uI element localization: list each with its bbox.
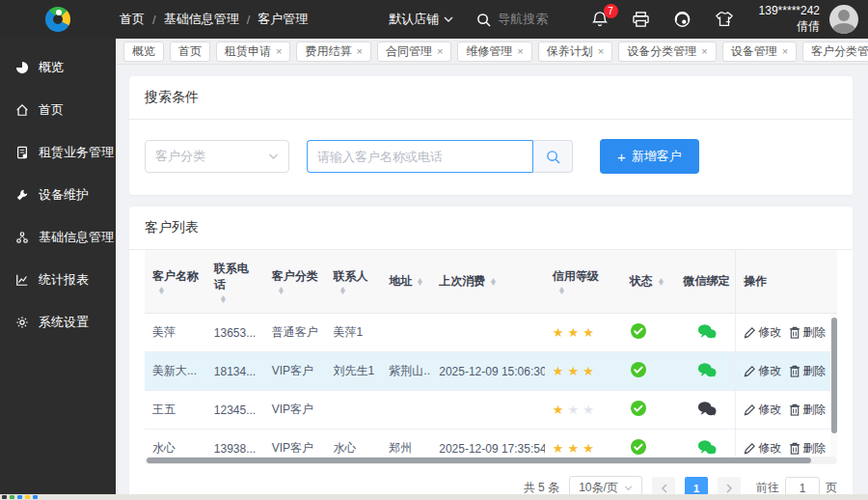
- theme-switch-shirt-icon[interactable]: [715, 11, 734, 28]
- open-tab-0[interactable]: 概览: [123, 42, 164, 62]
- sidebar-item-1[interactable]: 首页: [0, 89, 116, 131]
- tab-label: 租赁申请: [225, 43, 271, 60]
- close-tab-icon[interactable]: ×: [276, 45, 282, 57]
- open-tab-9[interactable]: 客户分类管理×: [802, 42, 868, 62]
- breadcrumb-base-info[interactable]: 基础信息管理: [164, 11, 239, 28]
- star-icon: ★: [553, 364, 564, 378]
- column-header-5[interactable]: 上次消费▲▼: [431, 250, 545, 313]
- breadcrumb-home[interactable]: 首页: [120, 11, 145, 28]
- os-taskbar-strip: [0, 494, 868, 500]
- cell-category: VIP客户: [264, 402, 326, 418]
- open-tab-2[interactable]: 租赁申请×: [216, 42, 290, 62]
- sidebar-item-2[interactable]: 租赁业务管理: [0, 131, 116, 174]
- delete-button[interactable]: 删除: [789, 324, 826, 341]
- keyword-input[interactable]: [307, 140, 532, 173]
- nodes-icon: [15, 231, 30, 244]
- sort-icon[interactable]: ▲▼: [158, 287, 165, 294]
- column-header-3[interactable]: 联系人▲▼: [326, 250, 382, 313]
- column-header-0[interactable]: 客户名称▲▼: [145, 250, 206, 313]
- open-tab-8[interactable]: 设备管理×: [722, 42, 797, 62]
- tab-label: 合同管理: [386, 43, 432, 60]
- table-row-2[interactable]: 王五12345...VIP客户★★★修改删除: [145, 391, 837, 430]
- table-row-1[interactable]: 美新大...18134...VIP客户刘先生1紫荆山...2025-12-09 …: [145, 352, 837, 391]
- column-header-6[interactable]: 信用等级▲▼: [545, 250, 622, 313]
- sidebar-item-3[interactable]: 设备维护: [0, 174, 116, 216]
- table-body: 美萍13653...普通客户美萍1★★★修改删除美新大...18134...VI…: [145, 314, 837, 457]
- nav-search[interactable]: 导航搜索: [476, 11, 548, 28]
- open-tab-1[interactable]: 首页: [170, 42, 210, 62]
- cell-status[interactable]: [622, 322, 676, 343]
- sort-icon[interactable]: ▲▼: [658, 278, 665, 286]
- vertical-scrollbar[interactable]: [830, 314, 837, 457]
- close-tab-icon[interactable]: ×: [598, 45, 604, 57]
- delete-button[interactable]: 删除: [789, 363, 826, 379]
- edit-pencil-icon: [744, 403, 756, 416]
- delete-button[interactable]: 删除: [789, 402, 826, 418]
- star-icon: ★: [553, 403, 564, 417]
- tab-label: 保养计划: [547, 43, 593, 60]
- vertical-scrollbar-thumb[interactable]: [831, 318, 837, 433]
- app-logo[interactable]: [0, 7, 116, 32]
- sort-icon[interactable]: ▲▼: [417, 278, 423, 286]
- line-chart-icon: [15, 273, 30, 287]
- horizontal-scrollbar-thumb[interactable]: [147, 458, 811, 463]
- add-customer-button[interactable]: + 新增客户: [600, 139, 699, 174]
- user-info[interactable]: 139*****242 倩倩: [759, 4, 820, 34]
- status-enabled-icon: [630, 361, 647, 378]
- sidebar-item-label: 概览: [39, 59, 64, 76]
- open-tab-7[interactable]: 设备分类管理×: [618, 42, 716, 62]
- column-header-4[interactable]: 地址▲▼: [381, 250, 431, 313]
- table-row-0[interactable]: 美萍13653...普通客户美萍1★★★修改删除: [145, 314, 837, 352]
- edit-button[interactable]: 修改: [744, 402, 781, 418]
- sort-icon[interactable]: ▲▼: [220, 295, 227, 303]
- close-tab-icon[interactable]: ×: [782, 45, 788, 57]
- column-header-7[interactable]: 状态▲▼: [622, 250, 676, 313]
- sidebar-item-label: 统计报表: [39, 271, 89, 289]
- user-avatar[interactable]: [829, 5, 858, 34]
- column-header-2[interactable]: 客户分类▲▼: [264, 250, 326, 313]
- add-customer-label: 新增客户: [632, 148, 682, 165]
- edit-button[interactable]: 修改: [744, 363, 781, 379]
- close-tab-icon[interactable]: ×: [437, 45, 443, 57]
- table-row-3[interactable]: 水心13938...VIP客户水心郑州2025-12-09 17:35:54★★…: [145, 430, 837, 457]
- taskbar-icon: [17, 495, 22, 499]
- edit-button[interactable]: 修改: [744, 440, 781, 457]
- open-tab-5[interactable]: 维修管理×: [457, 42, 531, 62]
- breadcrumb-customer-mgmt[interactable]: 客户管理: [258, 11, 308, 28]
- edit-pencil-icon: [744, 365, 756, 377]
- logo-icon: [45, 7, 70, 32]
- sort-icon[interactable]: ▲▼: [339, 287, 346, 294]
- taskbar-icon: [25, 495, 30, 499]
- cell-status[interactable]: [622, 438, 676, 457]
- customer-category-select[interactable]: 客户分类: [145, 140, 289, 173]
- notification-bell-icon[interactable]: 7: [591, 11, 609, 28]
- search-button[interactable]: [532, 140, 573, 173]
- printer-icon[interactable]: [632, 12, 650, 28]
- edit-button[interactable]: 修改: [744, 324, 781, 341]
- sidebar-item-6[interactable]: 系统设置: [0, 301, 116, 344]
- sidebar-item-0[interactable]: 概览: [0, 46, 116, 89]
- sort-icon[interactable]: ▲▼: [278, 287, 285, 294]
- cell-status[interactable]: [622, 361, 676, 381]
- sidebar-item-label: 首页: [39, 101, 64, 119]
- sidebar-item-5[interactable]: 统计报表: [0, 259, 116, 301]
- sort-icon[interactable]: ▲▼: [490, 278, 497, 286]
- chevron-right-icon: [726, 484, 733, 493]
- open-tab-4[interactable]: 合同管理×: [377, 42, 451, 62]
- horizontal-scrollbar[interactable]: [145, 457, 837, 464]
- wechat-icon: [697, 401, 717, 417]
- close-tab-icon[interactable]: ×: [356, 45, 362, 57]
- cell-status[interactable]: [622, 400, 676, 420]
- sidebar-item-4[interactable]: 基础信息管理: [0, 216, 116, 259]
- sort-icon[interactable]: ▲▼: [558, 287, 565, 294]
- delete-button[interactable]: 删除: [789, 440, 826, 457]
- cell-name: 水心: [145, 440, 206, 457]
- open-tab-6[interactable]: 保养计划×: [538, 42, 612, 62]
- cell-credit-stars: ★★★: [545, 441, 622, 456]
- support-headset-icon[interactable]: [673, 11, 692, 28]
- column-header-1[interactable]: 联系电话▲▼: [206, 250, 264, 313]
- close-tab-icon[interactable]: ×: [701, 45, 707, 57]
- open-tab-3[interactable]: 费用结算×: [296, 42, 370, 62]
- close-tab-icon[interactable]: ×: [517, 45, 523, 57]
- store-selector[interactable]: 默认店铺: [389, 11, 453, 28]
